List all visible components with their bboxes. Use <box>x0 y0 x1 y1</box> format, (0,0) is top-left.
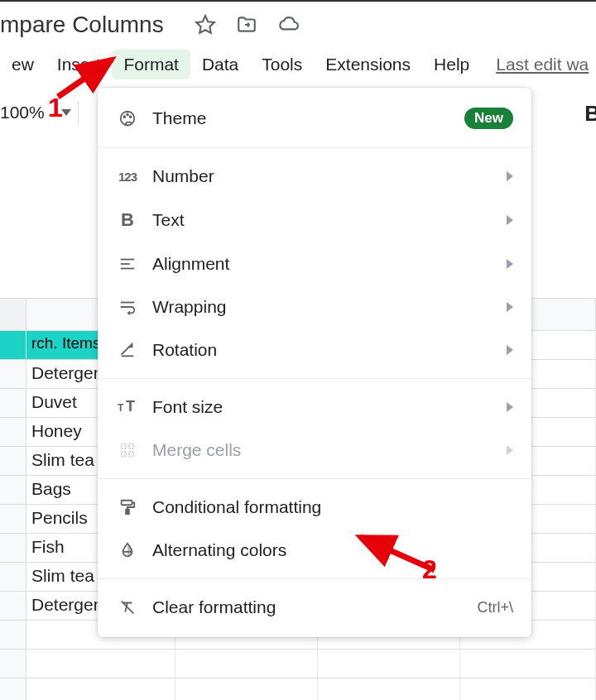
corner-cell[interactable] <box>0 299 26 330</box>
menu-data[interactable]: Data <box>190 50 250 79</box>
chevron-right-icon <box>507 259 513 269</box>
row-header[interactable] <box>0 621 26 649</box>
row-header[interactable] <box>0 476 26 504</box>
chevron-right-icon <box>507 215 513 225</box>
menu-label: Font size <box>152 397 498 417</box>
svg-rect-15 <box>126 510 129 515</box>
cell[interactable] <box>175 650 318 678</box>
menu-bar: ew Insert Format Data Tools Extensions H… <box>0 43 596 86</box>
chevron-right-icon <box>507 402 513 412</box>
menu-wrapping[interactable]: Wrapping <box>98 285 531 328</box>
number-icon: 123 <box>116 170 139 184</box>
bold-button[interactable]: B <box>584 101 596 127</box>
svg-marker-0 <box>196 16 214 33</box>
row-header[interactable] <box>0 331 26 359</box>
table-row[interactable] <box>0 678 596 700</box>
merge-icon <box>116 441 139 459</box>
rotation-icon <box>116 341 139 359</box>
menu-insert[interactable]: Insert <box>46 50 113 79</box>
svg-marker-10 <box>129 344 132 348</box>
paint-roller-icon <box>116 498 139 516</box>
svg-text:T: T <box>118 402 124 414</box>
svg-rect-14 <box>122 501 132 506</box>
menu-merge-cells: Merge cells <box>98 429 531 472</box>
menu-separator <box>98 578 531 579</box>
row-header[interactable] <box>0 650 26 678</box>
last-edit-link[interactable]: Last edit wa <box>496 55 589 74</box>
row-header[interactable] <box>0 678 26 700</box>
menu-separator <box>98 147 531 148</box>
row-header[interactable] <box>0 592 26 620</box>
cell[interactable] <box>26 650 175 678</box>
fontsize-icon: TT <box>116 398 139 416</box>
svg-text:T: T <box>126 398 135 415</box>
menu-label: Alternating colors <box>152 540 513 560</box>
menu-label: Rotation <box>152 340 498 360</box>
zoom-level[interactable]: 100% <box>0 103 45 122</box>
menu-label: Alignment <box>152 254 498 274</box>
cloud-status-icon[interactable] <box>277 14 299 36</box>
svg-point-5 <box>130 116 132 117</box>
menu-help[interactable]: Help <box>422 50 481 79</box>
document-title[interactable]: mpare Columns <box>0 12 164 38</box>
row-header[interactable] <box>0 418 26 446</box>
new-badge: New <box>464 108 513 129</box>
menu-label: Merge cells <box>152 440 498 460</box>
svg-marker-1 <box>61 109 71 116</box>
menu-rotation[interactable]: Rotation <box>98 328 531 372</box>
chevron-right-icon <box>507 445 513 455</box>
menu-fontsize[interactable]: TT Font size <box>98 386 531 429</box>
menu-separator <box>98 378 531 379</box>
row-header[interactable] <box>0 360 26 388</box>
menu-clear-formatting[interactable]: Clear formatting Ctrl+\ <box>98 586 531 629</box>
svg-point-4 <box>127 114 128 116</box>
menu-alignment[interactable]: Alignment <box>98 242 531 285</box>
title-bar: mpare Columns <box>0 2 596 43</box>
menu-label: Text <box>152 210 498 230</box>
cell[interactable] <box>26 678 175 700</box>
toolbar-separator <box>78 101 79 124</box>
row-header[interactable] <box>0 389 26 417</box>
cell[interactable] <box>460 650 596 678</box>
menu-label: Theme <box>152 108 464 128</box>
palette-icon <box>116 109 139 127</box>
menu-number[interactable]: 123 Number <box>98 155 531 198</box>
menu-tools[interactable]: Tools <box>250 50 314 79</box>
cell[interactable] <box>460 678 596 700</box>
clear-format-icon <box>116 598 139 616</box>
shortcut-label: Ctrl+\ <box>477 599 513 616</box>
droplet-icon <box>116 541 139 559</box>
row-header[interactable] <box>0 563 26 591</box>
cell[interactable] <box>175 678 318 700</box>
menu-label: Wrapping <box>152 297 498 317</box>
chevron-right-icon <box>507 302 513 312</box>
chevron-right-icon <box>507 345 513 355</box>
chevron-right-icon <box>507 171 513 181</box>
format-dropdown: Theme New 123 Number B Text Alignment Wr… <box>98 88 531 637</box>
menu-alternating-colors[interactable]: Alternating colors <box>98 529 531 572</box>
menu-view[interactable]: ew <box>0 50 46 79</box>
table-row[interactable] <box>0 650 596 678</box>
menu-conditional-formatting[interactable]: Conditional formatting <box>98 486 531 529</box>
star-icon[interactable] <box>195 14 216 36</box>
row-header[interactable] <box>0 447 26 475</box>
svg-point-3 <box>123 116 125 117</box>
row-header[interactable] <box>0 505 26 533</box>
menu-format[interactable]: Format <box>112 50 190 79</box>
move-folder-icon[interactable] <box>236 14 257 36</box>
cell[interactable] <box>318 678 460 700</box>
menu-separator <box>98 478 531 479</box>
row-header[interactable] <box>0 534 26 562</box>
align-icon <box>116 255 139 273</box>
menu-label: Number <box>152 166 498 186</box>
menu-text[interactable]: B Text <box>98 198 531 242</box>
menu-label: Conditional formatting <box>152 497 513 517</box>
cell[interactable] <box>318 650 460 678</box>
bold-icon: B <box>116 209 139 231</box>
menu-label: Clear formatting <box>152 597 477 617</box>
wrap-icon <box>116 298 139 316</box>
menu-theme[interactable]: Theme New <box>98 96 531 141</box>
menu-extensions[interactable]: Extensions <box>314 50 422 79</box>
chevron-down-icon[interactable] <box>61 108 71 117</box>
